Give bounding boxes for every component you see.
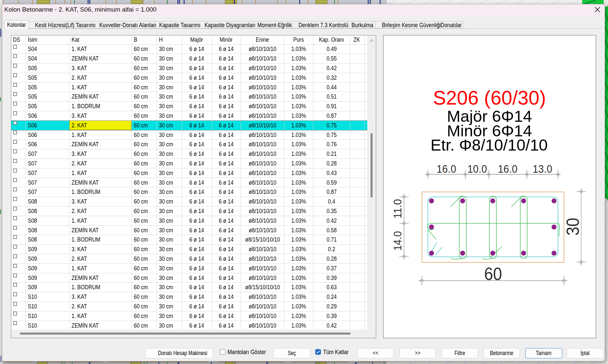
svg-text:10.0: 10.0 — [468, 162, 487, 175]
svg-text:30: 30 — [563, 218, 583, 236]
svg-text:S206 (60/30): S206 (60/30) — [433, 87, 546, 109]
svg-text:16.0: 16.0 — [498, 162, 518, 175]
svg-text:Etr. Φ8/10/10/10: Etr. Φ8/10/10/10 — [431, 136, 548, 154]
svg-text:16.0: 16.0 — [437, 162, 456, 175]
svg-text:11.0: 11.0 — [391, 199, 404, 219]
svg-text:14.0: 14.0 — [391, 231, 404, 251]
svg-text:13.0: 13.0 — [533, 162, 552, 175]
svg-text:60: 60 — [484, 264, 502, 284]
